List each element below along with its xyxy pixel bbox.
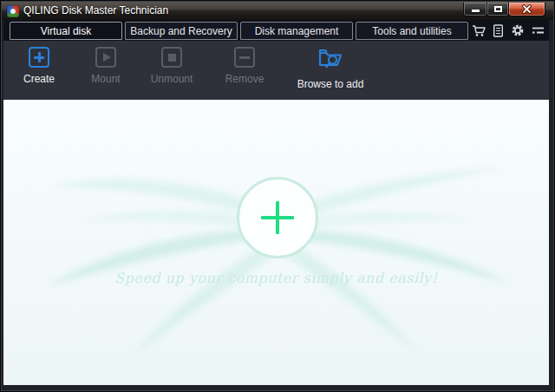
add-virtual-disk-button[interactable] [237, 177, 318, 258]
tab-virtual-disk[interactable]: Virtual disk [10, 22, 122, 40]
license-icon[interactable] [493, 24, 504, 37]
add-icon [276, 201, 279, 234]
unmount-button[interactable]: Unmount [141, 47, 202, 85]
tab-backup-and-recovery[interactable]: Backup and Recovery [125, 22, 238, 40]
app-logo-icon [7, 5, 19, 17]
unmount-icon [161, 47, 182, 68]
tab-label: Virtual disk [41, 25, 91, 37]
main-content: Speed up your computer simply and easily… [3, 100, 549, 385]
unmount-label: Unmount [141, 73, 202, 85]
tab-label: Disk management [255, 25, 339, 37]
cart-icon[interactable] [472, 24, 486, 37]
create-label: Create [13, 73, 65, 85]
app-window: QILING Disk Master Technician Virtual di… [0, 0, 555, 392]
browse-to-add-button[interactable]: Browse to add [287, 47, 374, 90]
minimize-icon [472, 10, 480, 12]
window-title: QILING Disk Master Technician [23, 2, 168, 20]
create-icon [29, 47, 49, 68]
header-icon-group [472, 20, 545, 41]
mount-button[interactable]: Mount [78, 47, 134, 85]
titlebar[interactable]: QILING Disk Master Technician [2, 2, 553, 20]
settings-gear-icon[interactable] [511, 23, 525, 37]
remove-label: Remove [215, 73, 274, 85]
minimize-button[interactable] [463, 3, 487, 16]
menu-icon[interactable] [532, 25, 545, 36]
tab-tools-and-utilities[interactable]: Tools and utilities [356, 22, 468, 40]
tab-bar: Virtual disk Backup and Recovery Disk ma… [3, 20, 549, 41]
maximize-button[interactable] [486, 3, 509, 16]
create-button[interactable]: Create [13, 47, 65, 85]
toolbar: Create Mount Unmount Remove Browse to ad… [3, 41, 549, 100]
browse-to-add-label: Browse to add [287, 78, 374, 90]
tab-label: Backup and Recovery [130, 25, 232, 37]
tab-disk-management[interactable]: Disk management [240, 22, 353, 40]
mount-icon [95, 47, 116, 68]
tab-label: Tools and utilities [372, 25, 451, 37]
maximize-icon [494, 6, 502, 12]
close-button[interactable] [508, 3, 545, 16]
remove-button[interactable]: Remove [215, 47, 274, 85]
browse-to-add-icon [317, 47, 343, 69]
remove-icon [234, 47, 255, 68]
window-controls [463, 3, 545, 16]
mount-label: Mount [78, 73, 134, 85]
close-icon [522, 4, 532, 14]
tagline: Speed up your computer simply and easily… [3, 270, 549, 286]
